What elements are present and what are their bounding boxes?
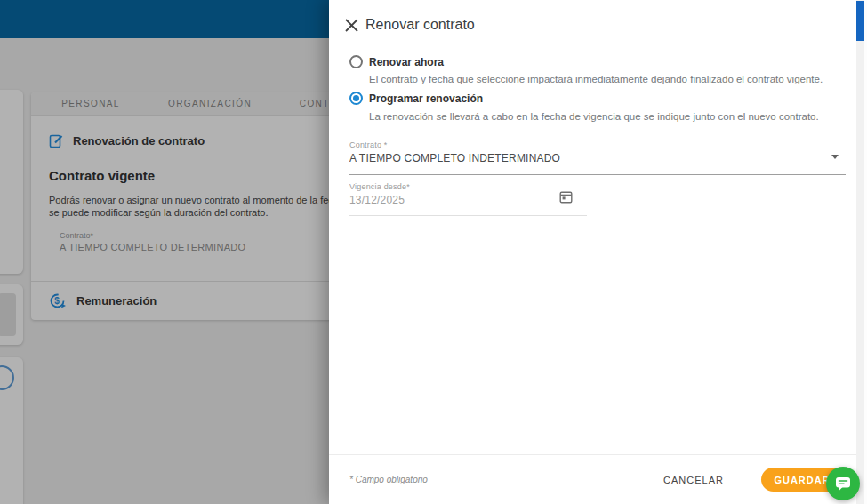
app-window: ⚙ PERSONAL ORGANIZACIÓN CONTRATO Renovac… xyxy=(0,0,867,504)
renew-contract-drawer: Renovar contrato Renovar ahora El contra… xyxy=(329,0,856,504)
start-date-label: Vigencia desde* xyxy=(349,182,587,191)
option-description: El contrato y fecha que seleccione impac… xyxy=(369,74,823,84)
drawer-header: Renovar contrato xyxy=(329,0,856,44)
start-date-value: 13/12/2025 xyxy=(349,194,587,206)
page-scrollbar-thumb[interactable] xyxy=(856,1,864,41)
option-description: La renovación se llevará a cabo en la fe… xyxy=(369,111,819,122)
cancel-button[interactable]: CANCELAR xyxy=(663,475,724,485)
radio-unselected-icon[interactable] xyxy=(349,55,363,68)
contract-select-value: A TIEMPO COMPLETO INDETERMINADO xyxy=(349,152,846,164)
chevron-down-icon[interactable] xyxy=(831,155,839,159)
chat-bubble-icon xyxy=(834,475,852,492)
contract-select-label: Contrato * xyxy=(349,140,846,149)
contract-select-field[interactable]: Contrato * A TIEMPO COMPLETO INDETERMINA… xyxy=(349,140,846,175)
drawer-footer: * Campo obligatorio CANCELAR GUARDAR xyxy=(329,455,856,504)
close-icon[interactable] xyxy=(344,18,359,33)
drawer-title: Renovar contrato xyxy=(365,17,475,33)
radio-selected-icon[interactable] xyxy=(349,92,363,105)
start-date-field[interactable]: Vigencia desde* 13/12/2025 xyxy=(349,182,587,216)
option-label[interactable]: Renovar ahora xyxy=(369,56,444,68)
calendar-icon[interactable] xyxy=(559,190,573,204)
required-fields-note: * Campo obligatorio xyxy=(349,475,428,484)
chat-widget-button[interactable] xyxy=(826,467,860,500)
page-scrollbar-track[interactable] xyxy=(856,0,864,504)
option-label[interactable]: Programar renovación xyxy=(369,92,483,105)
